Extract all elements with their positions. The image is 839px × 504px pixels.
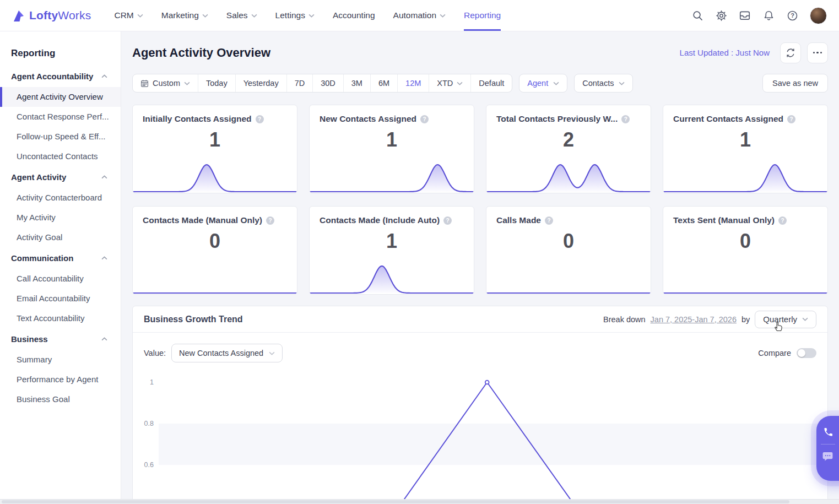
sidebar-section-agent-accountability[interactable]: Agent Accountability bbox=[0, 66, 121, 87]
metric-card-title: Calls Made ? bbox=[486, 207, 651, 225]
help-icon[interactable]: ? bbox=[266, 216, 274, 225]
y-axis-tick-label: 0.6 bbox=[144, 461, 154, 469]
sidebar-item-performance-by-agent[interactable]: Performance by Agent bbox=[0, 370, 121, 389]
help-icon[interactable]: ? bbox=[778, 216, 787, 225]
date-range-segment-6m[interactable]: 6M bbox=[370, 74, 397, 92]
date-range-segment-12m[interactable]: 12M bbox=[397, 74, 429, 92]
sidebar-item-email-accountability[interactable]: Email Accountability bbox=[0, 289, 121, 308]
trend-controls: Value: New Contacts Assigned Compare bbox=[133, 333, 827, 362]
interval-dropdown[interactable]: Quarterly bbox=[755, 311, 816, 328]
inbox-drawer-icon[interactable] bbox=[739, 9, 751, 21]
segment-label: 7D bbox=[295, 79, 305, 88]
phone-call-button[interactable] bbox=[821, 426, 835, 439]
sidebar-item-summary[interactable]: Summary bbox=[0, 350, 121, 370]
nav-item-reporting[interactable]: Reporting bbox=[464, 0, 501, 31]
help-icon[interactable]: ? bbox=[621, 115, 630, 123]
data-point-marker[interactable] bbox=[485, 381, 489, 384]
chevron-down-icon bbox=[619, 82, 625, 85]
nav-item-marketing[interactable]: Marketing bbox=[161, 0, 208, 31]
sidebar-item-call-accountability[interactable]: Call Accountability bbox=[0, 269, 121, 289]
sidebar-section-label: Communication bbox=[11, 253, 73, 263]
help-icon[interactable]: ? bbox=[787, 115, 795, 123]
help-icon[interactable]: ? bbox=[443, 216, 452, 225]
sidebar-item-activity-contacterboard[interactable]: Activity Contacterboard bbox=[0, 188, 121, 208]
help-icon[interactable]: ? bbox=[420, 115, 429, 123]
metric-title-text: Current Contacts Assigned bbox=[673, 114, 783, 124]
metric-value: 0 bbox=[663, 230, 827, 253]
segment-label: Custom bbox=[153, 79, 180, 88]
sidebar-sections: Agent AccountabilityAgent Activity Overv… bbox=[0, 66, 121, 409]
value-label: Value: bbox=[144, 349, 166, 357]
chevron-down-icon bbox=[308, 14, 315, 18]
ellipsis-icon bbox=[813, 52, 822, 54]
sidebar-item-my-activity[interactable]: My Activity bbox=[0, 208, 121, 227]
topbar-actions: ? bbox=[691, 7, 827, 24]
nav-item-crm[interactable]: CRM bbox=[114, 0, 143, 31]
metric-card-title: Texts Sent (Manual Only) ? bbox=[663, 207, 827, 225]
date-range-segment-today[interactable]: Today bbox=[198, 74, 235, 92]
help-icon[interactable]: ? bbox=[545, 216, 553, 225]
chevron-up-icon bbox=[101, 337, 107, 341]
horizontal-scrollbar[interactable] bbox=[0, 499, 839, 504]
metric-card-total-contacts-previously-w: Total Contacts Previously W... ? 2 bbox=[486, 105, 651, 193]
refresh-button[interactable] bbox=[780, 42, 801, 63]
date-range-segmented-control: CustomTodayYesterday7D30D3M6M12MXTDDefau… bbox=[132, 74, 512, 93]
metric-value: 1 bbox=[663, 128, 827, 151]
date-range-segment-default[interactable]: Default bbox=[470, 74, 512, 92]
chevron-down-icon bbox=[137, 14, 143, 18]
chevron-down-icon bbox=[202, 14, 208, 18]
compare-toggle[interactable] bbox=[797, 348, 816, 358]
more-options-button[interactable] bbox=[807, 42, 828, 63]
date-range-link[interactable]: Jan 7, 2025-Jan 7, 2026 bbox=[651, 315, 737, 324]
help-icon[interactable]: ? bbox=[256, 115, 264, 123]
date-range-segment-7d[interactable]: 7D bbox=[286, 74, 313, 92]
nav-item-sales[interactable]: Sales bbox=[226, 0, 257, 31]
page-header: Agent Activity Overview Last Updated : J… bbox=[132, 31, 828, 74]
contacts-filter-dropdown[interactable]: Contacts bbox=[574, 74, 633, 93]
sidebar-section-agent-activity[interactable]: Agent Activity bbox=[0, 166, 121, 188]
sidebar-section-label: Agent Activity bbox=[11, 172, 66, 182]
y-axis-tick-label: 1 bbox=[150, 378, 154, 386]
help-icon[interactable]: ? bbox=[786, 9, 798, 21]
segment-label: Today bbox=[206, 79, 228, 88]
search-icon[interactable] bbox=[691, 9, 703, 21]
breakdown-label: Break down bbox=[603, 315, 646, 324]
chevron-up-icon bbox=[101, 175, 107, 179]
sidebar-section-communication[interactable]: Communication bbox=[0, 247, 121, 269]
loftyworks-logo[interactable]: LoftyWorks bbox=[12, 8, 91, 23]
sidebar-section-business[interactable]: Business bbox=[0, 328, 121, 350]
bell-icon[interactable] bbox=[762, 9, 775, 21]
nav-item-label: Automation bbox=[393, 10, 436, 20]
nav-item-accounting[interactable]: Accounting bbox=[333, 0, 375, 31]
date-range-segment-30d[interactable]: 30D bbox=[312, 74, 343, 92]
metric-card-contacts-made-include-auto: Contacts Made (Include Auto) ? 1 bbox=[309, 206, 474, 295]
date-range-segment-xtd[interactable]: XTD bbox=[429, 74, 470, 92]
scrollbar-thumb[interactable] bbox=[2, 500, 789, 503]
last-updated-text: Last Updated : Just Now bbox=[680, 48, 770, 57]
nav-item-lettings[interactable]: Lettings bbox=[275, 0, 315, 31]
value-metric-dropdown[interactable]: New Contacts Assigned bbox=[171, 344, 283, 362]
date-range-segment-custom[interactable]: Custom bbox=[133, 74, 198, 92]
sidebar-item-activity-goal[interactable]: Activity Goal bbox=[0, 227, 121, 247]
chat-button[interactable] bbox=[821, 449, 835, 463]
nav-item-automation[interactable]: Automation bbox=[393, 0, 446, 31]
sidebar-item-contact-response-perf[interactable]: Contact Response Perf... bbox=[0, 107, 121, 127]
metric-card-title: Total Contacts Previously W... ? bbox=[486, 105, 651, 124]
nav-item-label: Reporting bbox=[464, 10, 501, 20]
sidebar-item-text-accountability[interactable]: Text Accountability bbox=[0, 308, 121, 328]
save-as-new-button[interactable]: Save as new bbox=[762, 74, 828, 93]
metric-sparkline bbox=[486, 262, 651, 294]
agent-filter-dropdown[interactable]: Agent bbox=[519, 74, 567, 93]
sidebar-item-uncontacted-contacts[interactable]: Uncontacted Contacts bbox=[0, 147, 121, 166]
sidebar-item-business-goal[interactable]: Business Goal bbox=[0, 389, 121, 409]
trend-header: Business Growth Trend Break down Jan 7, … bbox=[133, 306, 827, 333]
sidebar-item-agent-activity-overview[interactable]: Agent Activity Overview bbox=[0, 87, 121, 107]
date-range-segment-3m[interactable]: 3M bbox=[343, 74, 370, 92]
gear-icon[interactable] bbox=[715, 9, 727, 21]
nav-item-label: CRM bbox=[114, 10, 133, 20]
metric-title-text: Texts Sent (Manual Only) bbox=[673, 215, 775, 225]
sidebar-item-follow-up-speed-eff[interactable]: Follow-up Speed & Eff... bbox=[0, 127, 121, 147]
user-avatar[interactable] bbox=[810, 7, 827, 24]
date-range-segment-yesterday[interactable]: Yesterday bbox=[235, 74, 286, 92]
contacts-filter-label: Contacts bbox=[582, 79, 614, 88]
